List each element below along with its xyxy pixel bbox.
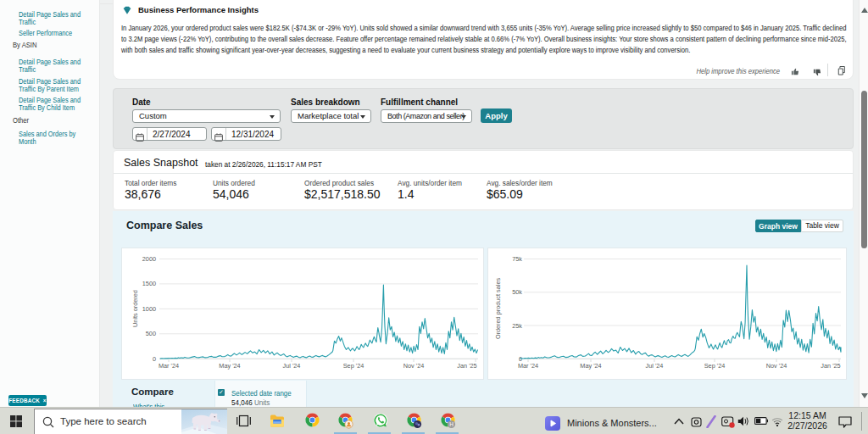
svg-text:H: H <box>449 421 453 427</box>
